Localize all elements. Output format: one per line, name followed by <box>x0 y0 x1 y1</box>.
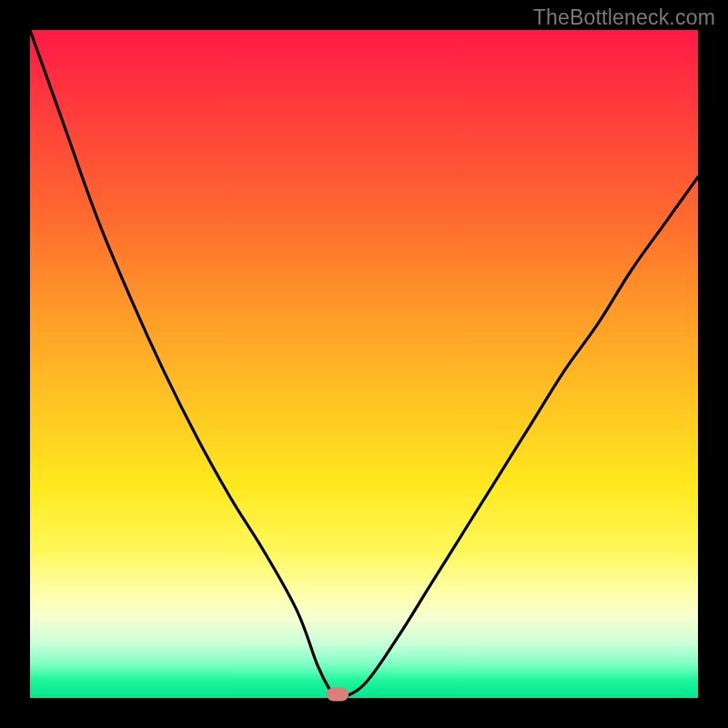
chart-frame: TheBottleneck.com <box>0 0 728 728</box>
attribution-text: TheBottleneck.com <box>533 5 715 30</box>
plot-area <box>30 30 698 698</box>
bottleneck-curve <box>30 30 698 698</box>
optimal-marker <box>327 688 349 702</box>
